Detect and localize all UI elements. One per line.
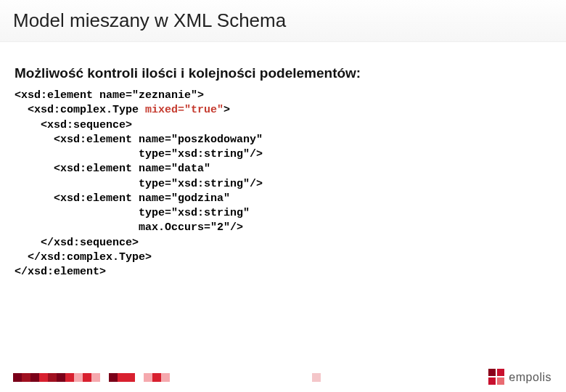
code-line: <xsd:element name="data" (15, 163, 210, 175)
subheading: Możliwość kontroli ilości i kolejności p… (15, 65, 551, 81)
code-line: </xsd:element> (15, 266, 106, 278)
code-highlight-mixed: mixed="true" (145, 104, 223, 116)
code-line: type="xsd:string"/> (15, 178, 263, 190)
brand-logo: empolis (488, 369, 551, 385)
code-line: > (223, 104, 230, 116)
footer-squares-left (13, 373, 170, 382)
square-icon (57, 373, 65, 382)
code-line: type="xsd:string"/> (15, 148, 263, 160)
square-icon (83, 373, 91, 382)
square-icon (48, 373, 57, 382)
code-line: max.Occurs="2"/> (15, 221, 243, 234)
square-icon (118, 373, 126, 382)
square-icon (109, 373, 118, 382)
brand-mark-icon (488, 369, 504, 385)
square-icon (91, 373, 100, 382)
square-icon (74, 373, 83, 382)
title-bar: Model mieszany w XML Schema (0, 0, 566, 42)
slide-title: Model mieszany w XML Schema (13, 9, 286, 32)
square-icon (126, 373, 135, 382)
square-gap (135, 373, 144, 382)
square-icon (30, 373, 39, 382)
code-line: </xsd:sequence> (15, 237, 139, 249)
square-icon (152, 373, 161, 382)
square-icon (22, 373, 30, 382)
square-gap (100, 373, 109, 382)
square-icon (312, 373, 321, 382)
footer: empolis (0, 363, 566, 392)
code-line: <xsd:element name="godzina" (15, 192, 230, 205)
square-icon (144, 373, 152, 382)
code-line: type="xsd:string" (15, 207, 250, 219)
code-line: <xsd:element name="poszkodowany" (15, 134, 263, 146)
code-block: <xsd:element name="zeznanie"> <xsd:compl… (15, 89, 551, 279)
square-icon (39, 373, 48, 382)
square-icon (65, 373, 74, 382)
code-line: <xsd:element name="zeznanie"> (15, 89, 204, 102)
square-icon (13, 373, 22, 382)
square-icon (161, 373, 170, 382)
content-area: Możliwość kontroli ilości i kolejności p… (0, 42, 566, 279)
brand-name: empolis (509, 371, 551, 385)
code-line: <xsd:sequence> (15, 119, 132, 131)
code-line: </xsd:complex.Type> (15, 251, 152, 264)
code-line: <xsd:complex.Type (15, 104, 145, 116)
